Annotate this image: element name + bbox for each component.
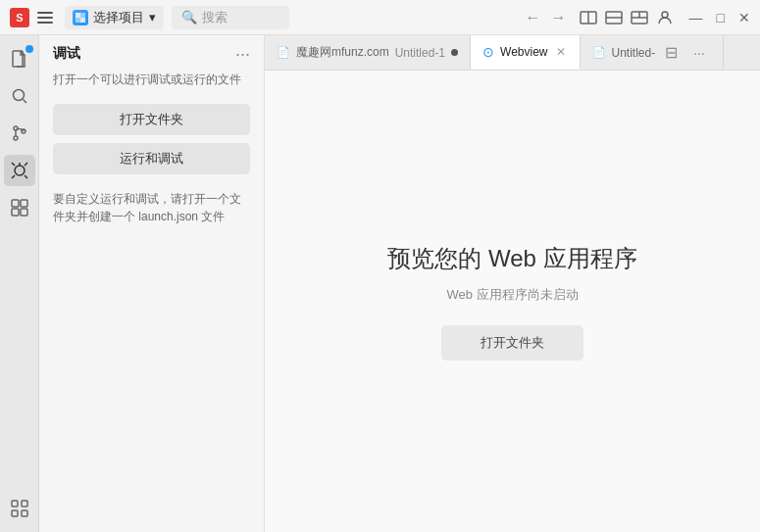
search-icon: 🔍 xyxy=(181,10,197,24)
sidebar-note: 要自定义运行和调试，请打开一个文件夹并创建一个 launch.json 文件 xyxy=(39,178,264,233)
sidebar-header: 调试 ··· xyxy=(39,35,264,71)
tab-close-webview[interactable]: ✕ xyxy=(554,45,568,59)
svg-rect-0 xyxy=(76,13,80,18)
project-label: 选择项目 xyxy=(93,9,144,26)
tab-label-mfunz: 魔趣网mfunz.com xyxy=(296,44,389,61)
activity-item-debug[interactable] xyxy=(4,155,35,186)
tab-file-icon-2: 📄 xyxy=(592,46,606,59)
webview-main-title: 预览您的 Web 应用程序 xyxy=(387,243,636,274)
layout-icon-3[interactable] xyxy=(631,9,648,26)
nav-arrows: ← → xyxy=(525,9,568,26)
close-button[interactable]: ✕ xyxy=(738,11,750,24)
app-body: 调试 ··· 打开一个可以进行调试或运行的文件 打开文件夹 运行和调试 要自定义… xyxy=(0,35,760,532)
layout-icon-1[interactable] xyxy=(580,9,597,26)
activity-item-grid[interactable] xyxy=(4,493,35,524)
search-bar[interactable]: 🔍 搜索 xyxy=(172,6,289,29)
forward-arrow[interactable]: → xyxy=(550,9,568,26)
svg-rect-26 xyxy=(12,510,18,516)
svg-rect-25 xyxy=(22,501,27,507)
dropdown-icon: ▾ xyxy=(149,10,156,24)
project-icon xyxy=(73,10,88,25)
tab-unsaved-dot xyxy=(451,49,458,56)
tab-untitled[interactable]: 📄 Untitled- ⊟ ··· xyxy=(581,35,724,70)
window-controls: — □ ✕ xyxy=(689,11,750,24)
run-debug-button[interactable]: 运行和调试 xyxy=(53,143,250,174)
activity-item-search[interactable] xyxy=(4,80,35,112)
sidebar-title: 调试 xyxy=(53,45,80,63)
svg-point-19 xyxy=(15,166,25,175)
webview-content: 预览您的 Web 应用程序 Web 应用程序尚未启动 打开文件夹 xyxy=(265,71,760,532)
tab-label-webview: Webview xyxy=(500,45,547,59)
svg-rect-22 xyxy=(12,209,19,216)
svg-rect-3 xyxy=(76,18,80,23)
tab-file-icon-1: 📄 xyxy=(277,46,290,59)
sidebar-description: 打开一个可以进行调试或运行的文件 xyxy=(39,71,264,100)
title-bar: S 选择项目 ▾ 🔍 搜索 ← → xyxy=(0,0,760,35)
tab-webview-icon: ⊙ xyxy=(482,44,494,60)
tab-split-icon[interactable]: ⊟ xyxy=(661,43,682,62)
tab-webview[interactable]: ⊙ Webview ✕ xyxy=(471,35,580,70)
svg-line-14 xyxy=(23,100,26,104)
tab-more-button[interactable]: ··· xyxy=(687,45,711,61)
svg-rect-27 xyxy=(22,510,27,516)
svg-rect-21 xyxy=(21,200,27,207)
svg-rect-2 xyxy=(80,13,85,18)
tab-bar: 📄 魔趣网mfunz.com Untitled-1 ⊙ Webview ✕ 📄 … xyxy=(265,35,760,71)
maximize-button[interactable]: □ xyxy=(717,11,725,24)
svg-rect-20 xyxy=(12,200,19,207)
svg-point-16 xyxy=(14,136,18,140)
main-area: 📄 魔趣网mfunz.com Untitled-1 ⊙ Webview ✕ 📄 … xyxy=(265,35,760,532)
sidebar-more-button[interactable]: ··· xyxy=(235,45,250,63)
app-logo: S xyxy=(10,8,29,27)
back-arrow[interactable]: ← xyxy=(525,9,542,26)
search-placeholder: 搜索 xyxy=(202,9,228,26)
open-folder-button[interactable]: 打开文件夹 xyxy=(53,104,250,135)
sidebar: 调试 ··· 打开一个可以进行调试或运行的文件 打开文件夹 运行和调试 要自定义… xyxy=(39,35,265,532)
svg-rect-23 xyxy=(21,209,27,216)
svg-rect-24 xyxy=(12,501,18,507)
menu-button[interactable] xyxy=(37,8,57,27)
activity-item-git[interactable] xyxy=(4,118,35,149)
svg-point-13 xyxy=(13,90,24,101)
svg-rect-1 xyxy=(80,18,85,23)
activity-bar xyxy=(0,35,39,532)
webview-open-folder-button[interactable]: 打开文件夹 xyxy=(441,325,583,361)
layout-icons xyxy=(580,9,674,26)
svg-point-11 xyxy=(662,12,668,18)
account-icon[interactable] xyxy=(656,9,674,26)
layout-icon-2[interactable] xyxy=(605,9,623,26)
files-badge xyxy=(25,45,33,53)
webview-subtitle: Web 应用程序尚未启动 xyxy=(446,286,578,304)
project-selector[interactable]: 选择项目 ▾ xyxy=(65,6,164,29)
minimize-button[interactable]: — xyxy=(689,11,703,24)
activity-item-extensions[interactable] xyxy=(4,192,35,223)
tab-label-untitled: Untitled- xyxy=(612,46,656,60)
tab-sublabel: Untitled-1 xyxy=(395,46,445,60)
activity-item-files[interactable] xyxy=(4,43,35,74)
tab-mfunz[interactable]: 📄 魔趣网mfunz.com Untitled-1 xyxy=(265,35,471,70)
